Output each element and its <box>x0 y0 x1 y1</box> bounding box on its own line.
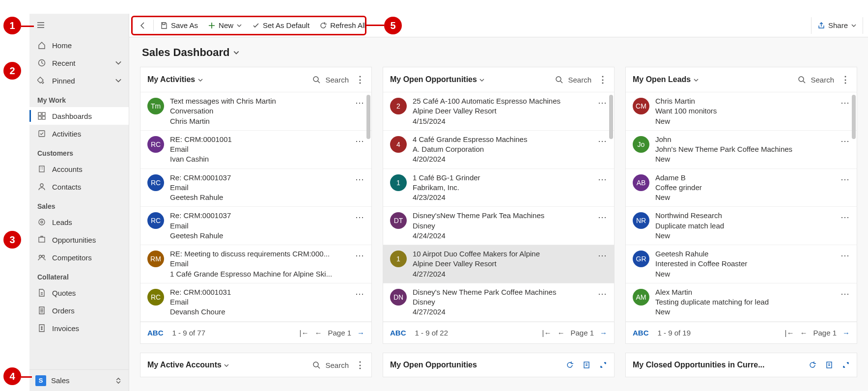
list-item-more[interactable]: ⋯ <box>355 287 364 299</box>
nav-orders[interactable]: Orders <box>29 302 129 319</box>
list-item[interactable]: RCRe: CRM:0001037EmailGeetesh Rahule⋯ <box>140 206 371 245</box>
prev-page-button[interactable]: ← <box>314 329 322 337</box>
scrollbar[interactable] <box>366 95 370 139</box>
abc-link[interactable]: ABC <box>147 329 164 337</box>
list-item[interactable]: DNDisney's New Theme Park Coffee Machine… <box>383 321 614 322</box>
list-item-more[interactable]: ⋯ <box>355 96 364 108</box>
divider <box>153 20 154 31</box>
nav-quotes[interactable]: Quotes <box>29 284 129 302</box>
svg-point-11 <box>39 255 42 258</box>
list-item-more[interactable]: ⋯ <box>598 287 607 299</box>
new-button[interactable]: New <box>203 19 247 31</box>
list-item[interactable]: AMAlex MartinTesting duplicate matching … <box>626 283 857 321</box>
list-item[interactable]: TmText messages with Chris MartinConvers… <box>140 92 371 130</box>
list-item-more[interactable]: ⋯ <box>355 211 364 223</box>
nav-dashboards[interactable]: Dashboards <box>29 107 129 125</box>
first-page-button[interactable]: |← <box>542 329 552 337</box>
panel-activities-search[interactable]: Search <box>312 76 349 84</box>
dashboard-title[interactable]: Sales Dashboard <box>142 46 857 59</box>
expand-icon[interactable] <box>599 361 607 369</box>
panel-leads-search[interactable]: Search <box>798 76 834 84</box>
list-item[interactable]: 225 Café A-100 Automatic Espresso Machin… <box>383 92 614 130</box>
list-item[interactable]: RCRe: CRM:0001037EmailGeetesh Rahule⋯ <box>140 168 371 207</box>
list-item-more[interactable]: ⋯ <box>840 249 850 261</box>
hamburger-button[interactable] <box>29 14 129 36</box>
abc-link[interactable]: ABC <box>390 329 406 337</box>
scrollbar[interactable] <box>852 95 856 139</box>
nav-home[interactable]: Home <box>29 36 129 54</box>
svg-point-12 <box>42 255 45 258</box>
panel-open-opp2-title[interactable]: My Open Opportunities <box>390 361 477 369</box>
panel-active-accounts-more[interactable]: ⋮ <box>356 360 364 370</box>
list-item-more[interactable]: ⋯ <box>355 173 364 185</box>
nav-leads[interactable]: Leads <box>29 213 129 231</box>
list-item-more[interactable]: ⋯ <box>598 249 607 261</box>
panel-activities-more[interactable]: ⋮ <box>356 74 364 85</box>
list-item-more[interactable]: ⋯ <box>598 173 607 185</box>
next-page-button[interactable]: → <box>357 329 364 337</box>
list-item[interactable]: RMRE: Meeting to discuss requirements CR… <box>140 245 371 283</box>
share-button[interactable]: Share <box>811 17 863 34</box>
list-item[interactable]: NRNorthwind ResearchDuplicate match lead… <box>626 206 857 245</box>
list-item[interactable]: 110 Airpot Duo Coffee Makers for AlpineA… <box>383 245 614 283</box>
scrollbar[interactable] <box>609 95 613 139</box>
list-item[interactable]: 44 Café Grande Espresso MachinesA. Datum… <box>383 130 614 168</box>
list-item[interactable]: CMChris MartinWant 100 monitorsNew⋯ <box>626 92 857 130</box>
list-item[interactable]: DTDisney'sNew Theme Park Tea MachinesDis… <box>383 206 614 245</box>
list-item[interactable]: 11 Café BG-1 GrinderFabrikam, Inc.4/23/2… <box>383 168 614 207</box>
save-as-button[interactable]: Save As <box>155 19 203 31</box>
list-item[interactable]: RCRE: CRM:0001001EmailIvan Cashin⋯ <box>140 130 371 168</box>
list-item[interactable]: ABAdame BCoffee grinderNew⋯ <box>626 168 857 207</box>
list-item-more[interactable]: ⋯ <box>840 173 850 185</box>
nav-opportunities[interactable]: Opportunities <box>29 231 129 249</box>
panel-active-accounts-search[interactable]: Search <box>312 361 349 369</box>
list-item[interactable]: GRGeetesh RahuleInterested in Coffee Roa… <box>626 245 857 283</box>
next-page-button[interactable]: → <box>600 329 607 337</box>
set-default-button[interactable]: Set As Default <box>247 19 314 31</box>
panel-leads-more[interactable]: ⋮ <box>841 74 850 85</box>
list-item-more[interactable]: ⋯ <box>598 96 607 108</box>
list-item-more[interactable]: ⋯ <box>840 211 850 223</box>
records-icon[interactable] <box>583 361 590 369</box>
first-page-button[interactable]: |← <box>300 329 309 337</box>
nav-contacts[interactable]: Contacts <box>29 178 129 196</box>
nav-invoices[interactable]: Invoices <box>29 319 129 337</box>
panel-activities-title[interactable]: My Activities <box>147 75 203 84</box>
abc-link[interactable]: ABC <box>633 329 649 337</box>
panel-opportunities-search[interactable]: Search <box>555 76 591 84</box>
first-page-button[interactable]: |← <box>785 329 794 337</box>
panel-opportunities-more[interactable]: ⋮ <box>598 74 607 85</box>
list-item[interactable]: JBJermaine Berrett5 Café Lite Espresso M… <box>626 321 857 322</box>
list-item-more[interactable]: ⋯ <box>598 135 607 146</box>
nav-recent[interactable]: Recent <box>29 54 129 72</box>
refresh-all-button[interactable]: Refresh All <box>314 19 371 31</box>
prev-page-button[interactable]: ← <box>800 329 807 337</box>
nav-pinned[interactable]: Pinned <box>29 72 129 89</box>
refresh-icon[interactable] <box>566 361 574 369</box>
panel-closed-opp-title[interactable]: My Closed Opportunities in Curre... <box>633 361 764 369</box>
back-button[interactable] <box>134 20 152 31</box>
list-item-more[interactable]: ⋯ <box>355 249 364 261</box>
refresh-icon[interactable] <box>809 361 816 369</box>
panel-active-accounts-title[interactable]: My Active Accounts <box>147 361 229 369</box>
area-switcher[interactable]: S Sales <box>29 369 129 391</box>
panel-leads-title[interactable]: My Open Leads <box>633 75 699 84</box>
expand-icon[interactable] <box>842 361 850 369</box>
nav-activities[interactable]: Activities <box>29 125 129 142</box>
prev-page-button[interactable]: ← <box>557 329 564 337</box>
arrow-left-icon <box>139 22 147 29</box>
next-page-button[interactable]: → <box>842 329 850 337</box>
list-item[interactable]: RCRe: CRM:0001031EmailDevansh Choure⋯ <box>140 283 371 321</box>
list-item[interactable]: DNDisney's New Theme Park Coffee Machine… <box>383 283 614 321</box>
list-item-more[interactable]: ⋯ <box>840 287 850 299</box>
nav-accounts[interactable]: Accounts <box>29 160 129 178</box>
list-item[interactable]: JoJohnJohn's New Theme Park Coffee Machi… <box>626 130 857 168</box>
list-item-more[interactable]: ⋯ <box>355 135 364 146</box>
list-item-more[interactable]: ⋯ <box>840 96 850 108</box>
nav-competitors[interactable]: Competitors <box>29 249 129 266</box>
panel-opportunities-title[interactable]: My Open Opportunities <box>390 75 485 84</box>
list-item-more[interactable]: ⋯ <box>598 211 607 223</box>
list-item[interactable]: HaHere are some points to consider for y… <box>140 321 371 322</box>
records-icon[interactable] <box>825 361 833 369</box>
list-item-more[interactable]: ⋯ <box>840 135 850 146</box>
